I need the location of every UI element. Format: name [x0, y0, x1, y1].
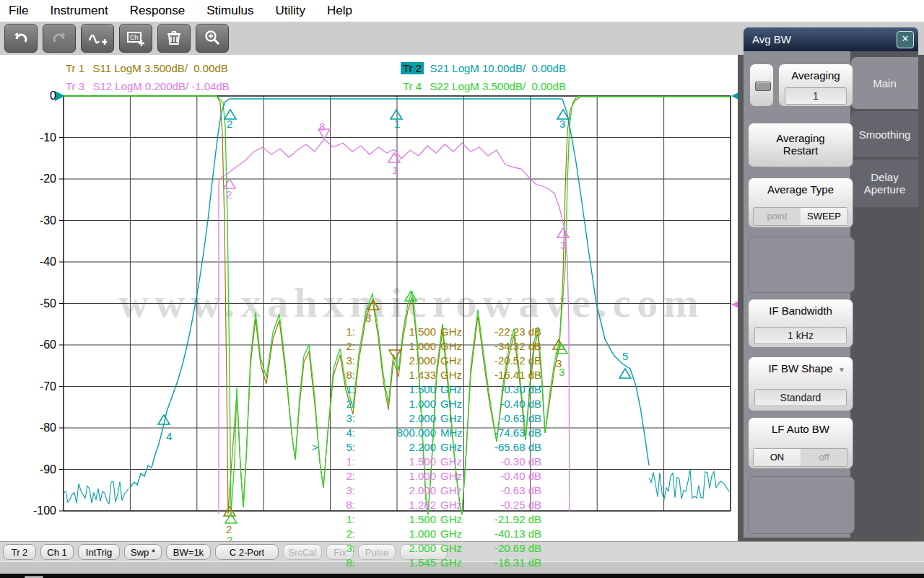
- undo-icon: [12, 29, 30, 48]
- marker-readout-cell: MHz: [436, 426, 472, 439]
- marker-readout-cell: 800.000: [355, 426, 436, 439]
- menu-item-help[interactable]: Help: [327, 4, 352, 18]
- marker-readout-row: 2:1.000GHz-34.32 dB: [312, 338, 541, 353]
- marker-readout-cell: GHz: [436, 470, 472, 482]
- legend-trace-number[interactable]: Tr 3: [64, 80, 87, 92]
- marker-readout-cell: -0.40 dB: [472, 398, 541, 410]
- marker-readout-cell: -34.32 dB: [472, 340, 541, 352]
- reference-arrow-teal: [731, 91, 738, 101]
- menu-item-response[interactable]: Response: [130, 4, 186, 18]
- delete-button[interactable]: [157, 24, 191, 53]
- marker-readout-cell: 1.000: [355, 470, 436, 482]
- y-axis-tick-label: -20: [25, 172, 56, 185]
- legend-trace-number[interactable]: Tr 2: [401, 62, 424, 74]
- marker-readout-row: 8:1.433GHz-16.41 dB: [312, 367, 541, 382]
- marker-label: 5: [622, 350, 628, 362]
- marker-readout-cell: 1:: [322, 455, 355, 468]
- chevron-down-icon[interactable]: ▼: [838, 366, 845, 374]
- averaging-restart-button[interactable]: Averaging Restart: [748, 123, 853, 167]
- marker-readout-cell: 2.000: [355, 354, 436, 367]
- marker-triangle-magenta: [557, 228, 569, 237]
- if-bw-shape-value[interactable]: Standard: [754, 389, 847, 406]
- marker-readout-cell: -22.23 dB: [472, 325, 541, 338]
- taskbar-c-2-port[interactable]: C 2-Port: [215, 544, 279, 560]
- marker-readout-cell: 2:: [322, 398, 355, 410]
- legend-tr1[interactable]: Tr 1 S11 LogM 3.500dB/ 0.00dB: [64, 62, 228, 76]
- menu-item-utility[interactable]: Utility: [275, 4, 305, 18]
- measurement-area: www.xahxmicrowave.com 21345833228213 Tr …: [0, 55, 738, 541]
- averaging-restart-label-1: Averaging: [749, 132, 853, 144]
- averaging-restart-label-2: Restart: [749, 144, 853, 157]
- marker-readout-cell: 2:: [322, 340, 355, 352]
- if-bandwidth-value[interactable]: 1 kHz: [754, 327, 847, 344]
- marker-readout-cell: 1:: [322, 383, 355, 395]
- close-icon[interactable]: ✕: [897, 31, 914, 48]
- if-bandwidth-button[interactable]: IF Bandwidth 1 kHz: [748, 299, 853, 348]
- legend-tr4[interactable]: Tr 4 S22 LogM 3.500dB/ 0.00dB: [401, 80, 566, 95]
- lf-auto-bw-off-option[interactable]: off: [801, 449, 847, 466]
- add-trace-icon: [88, 29, 107, 48]
- marker-readout-row: 1:1.500GHz-22.23 dB: [312, 324, 541, 338]
- marker-readout-cell: GHz: [436, 398, 472, 410]
- average-type-point-option[interactable]: point: [754, 208, 801, 225]
- marker-readout-cell: 1.545: [355, 556, 436, 569]
- lf-auto-bw-on-option[interactable]: ON: [754, 449, 801, 466]
- undo-button[interactable]: [4, 24, 38, 53]
- marker-readout-cell: 1.500: [355, 513, 436, 525]
- averaging-toggle-button[interactable]: [749, 64, 774, 107]
- marker-readout-table: 1:1.500GHz-22.23 dB2:1.000GHz-34.32 dB3:…: [312, 324, 541, 569]
- taskbar-swp-[interactable]: Swp *: [124, 544, 162, 560]
- if-bw-shape-label: IF BW Shape: [749, 362, 853, 375]
- y-axis-tick-label: 0: [25, 89, 56, 102]
- legend-trace-params: S21 LogM 10.00dB/ 0.00dB: [424, 62, 566, 74]
- add-trace-button[interactable]: [81, 24, 114, 53]
- legend-tr3[interactable]: Tr 3 S12 LogM 0.200dB/ -1.04dB: [64, 80, 230, 95]
- marker-readout-cell: 3:: [322, 412, 355, 424]
- marker-readout-cell: -0.40 dB: [472, 470, 541, 482]
- legend-trace-number[interactable]: Tr 1: [64, 62, 87, 74]
- marker-triangle-magenta: [224, 179, 235, 188]
- tab-main[interactable]: Main: [851, 57, 918, 109]
- marker-label: 8: [319, 121, 325, 133]
- if-bw-shape-button[interactable]: IF BW Shape ▼ Standard: [748, 356, 853, 411]
- lf-auto-bw-toggle[interactable]: ON off: [753, 448, 848, 467]
- taskbar-tr-2[interactable]: Tr 2: [3, 544, 36, 560]
- menu-item-file[interactable]: File: [9, 4, 28, 18]
- y-axis-tick-label: -30: [25, 214, 56, 227]
- y-axis-tick-label: -100: [25, 504, 56, 517]
- marker-readout-cell: 5:: [322, 441, 355, 453]
- marker-label: 4: [166, 430, 172, 442]
- legend-tr2[interactable]: Tr 2 S21 LogM 10.00dB/ 0.00dB: [401, 62, 566, 76]
- legend-trace-number[interactable]: Tr 4: [401, 80, 424, 92]
- average-type-button[interactable]: Average Type point SWEEP: [748, 178, 853, 228]
- tab-smoothing[interactable]: Smoothing: [851, 111, 918, 157]
- vna-application-window: FileInstrumentResponseStimulusUtilityHel…: [0, 0, 924, 578]
- add-channel-button[interactable]: Ch: [119, 24, 152, 53]
- marker-readout-row: 3:2.000GHz-0.63 dB: [312, 483, 541, 497]
- taskbar-inttrig[interactable]: IntTrig: [78, 544, 120, 560]
- menu-item-stimulus[interactable]: Stimulus: [206, 4, 253, 18]
- marker-readout-cell: 2.000: [355, 412, 436, 424]
- marker-readout-cell: -16.31 dB: [472, 556, 541, 569]
- marker-label: 3: [559, 118, 565, 130]
- marker-readout-cell: -20.52 dB: [472, 354, 541, 367]
- menu-item-instrument[interactable]: Instrument: [50, 4, 108, 18]
- marker-readout-cell: 1.500: [355, 455, 436, 468]
- averaging-value[interactable]: 1: [785, 87, 847, 105]
- zoom-button[interactable]: [196, 24, 229, 53]
- average-type-toggle[interactable]: point SWEEP: [753, 207, 848, 226]
- blank-softkey-2: [748, 476, 855, 534]
- marker-label: 1: [392, 164, 398, 176]
- marker-label: 3: [560, 239, 566, 251]
- lf-auto-bw-button[interactable]: LF Auto BW ON off: [748, 417, 853, 469]
- trace-s21-noise-left: [64, 481, 128, 504]
- taskbar-bw-1k[interactable]: BW=1k: [166, 544, 211, 560]
- average-type-sweep-option[interactable]: SWEEP: [801, 208, 847, 225]
- tab-delay[interactable]: DelayAperture: [851, 159, 918, 207]
- svg-text:Ch: Ch: [130, 34, 139, 41]
- marker-readout-cell: 8:: [322, 556, 355, 569]
- marker-readout-cell: -40.13 dB: [472, 527, 541, 540]
- marker-readout-row: 8:1.282GHz-0.25 dB: [312, 497, 541, 512]
- taskbar-ch-1[interactable]: Ch 1: [40, 544, 74, 560]
- averaging-button[interactable]: Averaging 1: [778, 64, 853, 107]
